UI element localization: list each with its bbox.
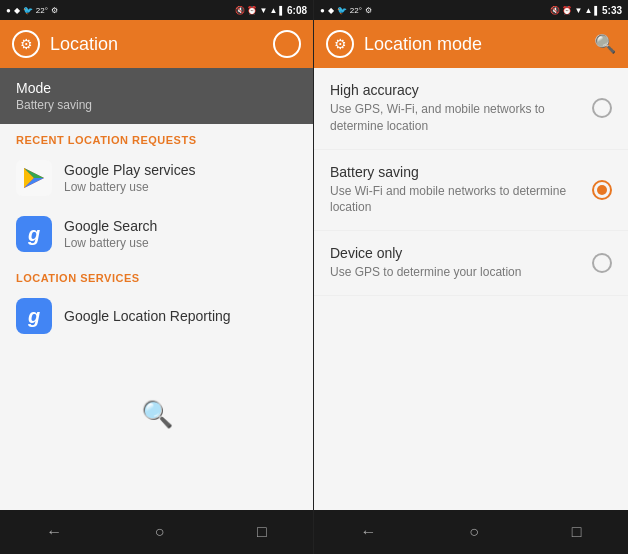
alarm-icon-2: ⏰ <box>562 6 572 15</box>
signal-icon: ▲ <box>269 6 277 15</box>
status-icons-left: ● ◆ 🐦 22° ⚙ <box>6 6 58 15</box>
list-item-play-services[interactable]: Google Play services Low battery use <box>0 150 313 206</box>
option-high-accuracy[interactable]: High accuracy Use GPS, Wi-Fi, and mobile… <box>314 68 628 150</box>
list-item-location-reporting[interactable]: g Google Location Reporting <box>0 288 313 344</box>
home-button-1[interactable]: ○ <box>139 519 181 545</box>
notification-icon-2: ● <box>320 6 325 15</box>
google-search-title: Google Search <box>64 218 157 234</box>
home-button-2[interactable]: ○ <box>453 519 495 545</box>
settings-status-icon-2: ⚙ <box>365 6 372 15</box>
options-list: High accuracy Use GPS, Wi-Fi, and mobile… <box>314 68 628 510</box>
option-high-accuracy-title: High accuracy <box>330 82 580 98</box>
list-item-google-search[interactable]: g Google Search Low battery use <box>0 206 313 262</box>
option-device-only-title: Device only <box>330 245 580 261</box>
mode-row[interactable]: Mode Battery saving <box>0 68 313 124</box>
mute-icon: 🔇 <box>235 6 245 15</box>
app-title-2: Location mode <box>364 34 584 55</box>
battery-icon: ▌ <box>279 6 285 15</box>
bottom-nav-1: ← ○ □ <box>0 510 313 554</box>
play-services-sub: Low battery use <box>64 180 196 194</box>
option-battery-saving-title: Battery saving <box>330 164 580 180</box>
status-bar-2: ● ◆ 🐦 22° ⚙ 🔇 ⏰ ▼ ▲ ▌ 5:33 <box>314 0 628 20</box>
gear-button-2[interactable]: ⚙ <box>326 30 354 58</box>
section-header-recent: RECENT LOCATION REQUESTS <box>0 124 313 150</box>
option-device-only-text: Device only Use GPS to determine your lo… <box>330 245 580 281</box>
wifi-icon: ▼ <box>259 6 267 15</box>
recents-button-2[interactable]: □ <box>556 519 598 545</box>
option-battery-saving-text: Battery saving Use Wi-Fi and mobile netw… <box>330 164 580 217</box>
gear-button-1[interactable]: ⚙ <box>12 30 40 58</box>
status-bar-1: ● ◆ 🐦 22° ⚙ 🔇 ⏰ ▼ ▲ ▌ 6:08 <box>0 0 313 20</box>
app-title-1: Location <box>50 34 263 55</box>
alarm-icon: ⏰ <box>247 6 257 15</box>
back-button-2[interactable]: ← <box>344 519 392 545</box>
option-high-accuracy-sub: Use GPS, Wi-Fi, and mobile networks to d… <box>330 101 580 135</box>
battery-icon-2: ▌ <box>594 6 600 15</box>
recents-button-1[interactable]: □ <box>241 519 283 545</box>
mode-subtitle: Battery saving <box>16 98 297 112</box>
screen-location-mode: ● ◆ 🐦 22° ⚙ 🔇 ⏰ ▼ ▲ ▌ 5:33 ⚙ Location mo… <box>314 0 628 554</box>
play-icon-status-2: ◆ <box>328 6 334 15</box>
app-bar-2: ⚙ Location mode 🔍 <box>314 20 628 68</box>
status-icons-right: 🔇 ⏰ ▼ ▲ ▌ 6:08 <box>235 5 307 16</box>
play-services-text: Google Play services Low battery use <box>64 162 196 194</box>
center-search-icon[interactable]: 🔍 <box>141 399 173 430</box>
mode-title: Mode <box>16 80 297 96</box>
clock-1: 6:08 <box>287 5 307 16</box>
circle-button-1[interactable] <box>273 30 301 58</box>
location-reporting-text: Google Location Reporting <box>64 308 231 324</box>
radio-selected-dot <box>597 185 607 195</box>
google-search-icon: g <box>16 216 52 252</box>
option-battery-saving-sub: Use Wi-Fi and mobile networks to determi… <box>330 183 580 217</box>
play-services-icon <box>16 160 52 196</box>
content-area-1: Mode Battery saving RECENT LOCATION REQU… <box>0 68 313 510</box>
wifi-icon-2: ▼ <box>574 6 582 15</box>
location-reporting-title: Google Location Reporting <box>64 308 231 324</box>
status-icons-left-2: ● ◆ 🐦 22° ⚙ <box>320 6 372 15</box>
search-button-2[interactable]: 🔍 <box>594 33 616 55</box>
twitter-icon-2: 🐦 <box>337 6 347 15</box>
back-button-1[interactable]: ← <box>30 519 78 545</box>
radio-device-only[interactable] <box>592 253 612 273</box>
play-icon-status: ◆ <box>14 6 20 15</box>
gear-icon-1: ⚙ <box>20 36 33 52</box>
radio-high-accuracy[interactable] <box>592 98 612 118</box>
play-services-title: Google Play services <box>64 162 196 178</box>
option-device-only[interactable]: Device only Use GPS to determine your lo… <box>314 231 628 296</box>
google-search-text: Google Search Low battery use <box>64 218 157 250</box>
twitter-icon: 🐦 <box>23 6 33 15</box>
gear-icon-2: ⚙ <box>334 36 347 52</box>
app-bar-1: ⚙ Location <box>0 20 313 68</box>
option-device-only-sub: Use GPS to determine your location <box>330 264 580 281</box>
screen-location: ● ◆ 🐦 22° ⚙ 🔇 ⏰ ▼ ▲ ▌ 6:08 ⚙ Location Mo… <box>0 0 314 554</box>
clock-2: 5:33 <box>602 5 622 16</box>
option-high-accuracy-text: High accuracy Use GPS, Wi-Fi, and mobile… <box>330 82 580 135</box>
option-battery-saving[interactable]: Battery saving Use Wi-Fi and mobile netw… <box>314 150 628 232</box>
bottom-nav-2: ← ○ □ <box>314 510 628 554</box>
section-header-services: LOCATION SERVICES <box>0 262 313 288</box>
temp-status-2: 22° <box>350 6 362 15</box>
signal-icon-2: ▲ <box>584 6 592 15</box>
google-search-sub: Low battery use <box>64 236 157 250</box>
google-location-icon: g <box>16 298 52 334</box>
status-icons-right-2: 🔇 ⏰ ▼ ▲ ▌ 5:33 <box>550 5 622 16</box>
notification-icon: ● <box>6 6 11 15</box>
temp-status: 22° <box>36 6 48 15</box>
radio-battery-saving[interactable] <box>592 180 612 200</box>
settings-status-icon: ⚙ <box>51 6 58 15</box>
mute-icon-2: 🔇 <box>550 6 560 15</box>
